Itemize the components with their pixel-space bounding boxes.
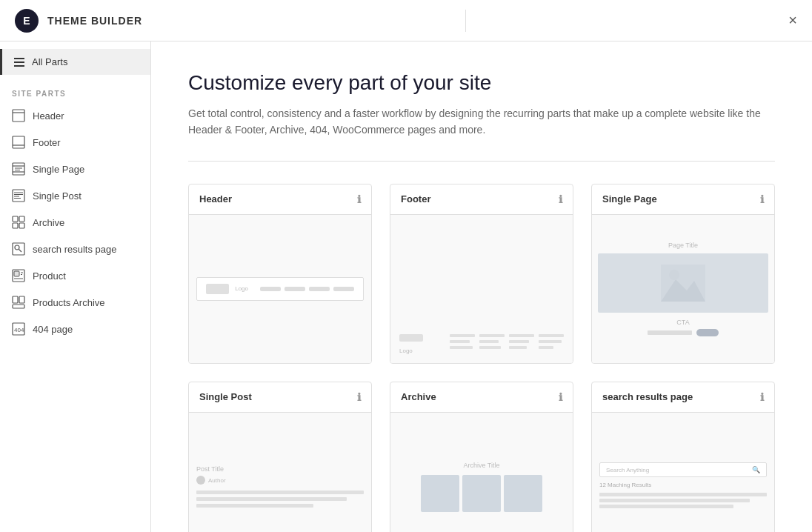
site-parts-label: SITE PARTS [0,81,150,102]
result-line-2 [599,499,750,502]
single-page-preview: Page Title CTA [592,215,774,363]
footer-top-area [399,224,564,328]
logo-box-preview [206,284,229,294]
footer-col-3 [509,334,534,349]
card-archive[interactable]: Archive ℹ Archive Title [390,382,573,532]
cards-grid: Header ℹ Logo [188,184,775,532]
search-results-preview: Search Anything 🔍 12 Maching Results [592,413,774,532]
nav-line-4 [333,287,354,291]
sidebar-label-footer: Footer [33,137,61,148]
sidebar-label-header: Header [33,110,64,122]
card-title-archive: Archive [401,391,436,402]
products-archive-icon [12,296,25,309]
404-icon: 404 [12,322,25,336]
info-icon-single-page[interactable]: ℹ [760,193,764,205]
sidebar-label-404: 404 page [33,324,73,335]
page-title: Customize every part of your site [188,71,775,95]
svg-rect-15 [19,216,24,222]
logo-label-preview: Logo [235,285,248,292]
all-parts-label: All Parts [32,56,67,67]
footer-icon [12,136,25,149]
single-post-preview-content: Post Title Author [189,458,371,515]
nav-line-3 [309,287,330,291]
sidebar-item-archive[interactable]: Archive [0,209,150,236]
svg-rect-28 [13,305,24,308]
search-preview-content: Search Anything 🔍 12 Maching Results [592,455,774,518]
single-post-preview: Post Title Author [189,413,371,532]
card-single-post[interactable]: Single Post ℹ Post Title Author [188,382,372,532]
svg-rect-2 [13,136,24,148]
hamburger-icon [14,58,24,67]
content-description: Get total control, consistency and a fas… [188,105,766,139]
spost-author-label: Author [208,477,226,484]
info-icon-footer[interactable]: ℹ [559,193,562,205]
archive-preview-content: Archive Title [390,454,573,519]
info-icon-header[interactable]: ℹ [357,193,361,205]
svg-rect-9 [13,190,24,202]
footer-logo-label: Logo [399,348,444,354]
close-button[interactable]: × [788,12,797,29]
search-anything-label: Search Anything [606,467,649,473]
sidebar-label-product: Product [33,270,66,282]
archive-icon [12,216,25,229]
header-preview: Logo [189,215,371,363]
sidebar-item-header[interactable]: Header [0,102,150,129]
search-results-icon [12,242,25,256]
card-title-single-post: Single Post [199,391,252,402]
card-title-search-results: search results page [602,391,693,402]
main-layout: All Parts SITE PARTS Header Footer [0,41,812,532]
card-title-single-page: Single Page [602,193,657,205]
svg-point-33 [669,270,679,280]
nav-line-2 [284,287,305,291]
sp-image-svg [661,265,705,302]
card-archive-title-row: Archive ℹ [390,382,573,413]
sidebar-item-search-results[interactable]: search results page [0,236,150,262]
header-icon [12,109,25,122]
card-search-results[interactable]: search results page ℹ Search Anything 🔍 … [591,382,775,532]
footer-col-1 [450,334,475,349]
svg-rect-27 [19,296,24,303]
card-single-post-title-row: Single Post ℹ [189,382,371,413]
sidebar-item-footer[interactable]: Footer [0,129,150,156]
svg-text:404: 404 [14,327,24,333]
info-icon-single-post[interactable]: ℹ [357,391,361,403]
sidebar-item-product[interactable]: Product [0,262,150,289]
svg-line-20 [19,250,22,253]
result-line-3 [599,505,733,508]
arch-title-label: Archive Title [398,462,565,469]
info-icon-archive[interactable]: ℹ [559,391,562,403]
spost-line-3 [196,504,313,508]
card-footer[interactable]: Footer ℹ Logo [390,184,573,364]
search-icon-sm: 🔍 [752,466,760,473]
archive-preview: Archive Title [390,413,573,532]
svg-rect-17 [19,223,24,228]
sidebar-item-404[interactable]: 404 404 page [0,316,150,342]
sidebar: All Parts SITE PARTS Header Footer [0,41,151,532]
sidebar-item-single-post[interactable]: Single Post [0,182,150,209]
sp-cta-row [598,329,768,336]
footer-col-2 [479,334,505,349]
card-footer-title-row: Footer ℹ [390,184,573,215]
sidebar-label-archive: Archive [33,217,64,228]
sidebar-item-single-page[interactable]: Single Page [0,156,150,182]
svg-rect-26 [13,296,18,303]
sidebar-item-all-parts[interactable]: All Parts [0,49,150,75]
footer-logo-col: Logo [399,334,444,354]
sidebar-item-products-archive[interactable]: Products Archive [0,289,150,316]
card-single-page[interactable]: Single Page ℹ Page Title CTA [591,184,775,364]
header-bar-preview: Logo [196,277,364,301]
card-header[interactable]: Header ℹ Logo [188,184,372,364]
sidebar-label-products-archive: Products Archive [33,297,105,308]
sidebar-label-single-post: Single Post [33,190,81,202]
card-search-results-title-row: search results page ℹ [592,382,774,413]
svg-rect-14 [13,216,18,222]
product-icon [12,269,25,282]
info-icon-search-results[interactable]: ℹ [760,391,764,403]
content-area: Customize every part of your site Get to… [151,41,812,532]
arch-thumb-1 [421,475,459,512]
card-title-footer: Footer [401,193,430,205]
arch-thumb-3 [504,475,542,512]
svg-rect-16 [13,223,18,228]
top-bar-divider [465,10,466,32]
nav-line-1 [260,287,281,291]
